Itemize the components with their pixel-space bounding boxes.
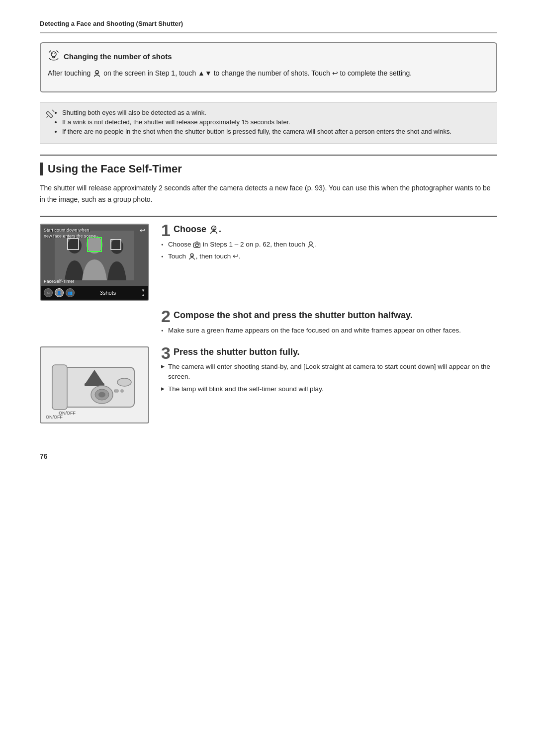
step-1-bullet-1: Choose in Steps 1 – 2 on p. 62, then tou… — [161, 240, 497, 250]
lcd-bottom-bar: ☺ 👤 👥 3shots ▼ ▲ — [41, 286, 148, 300]
timer-icon — [48, 49, 60, 64]
changing-shots-title: Changing the number of shots — [48, 49, 488, 64]
back-arrow-icon: ↩ — [140, 227, 145, 234]
camera-lcd: ↩ Start count down when new face enters … — [40, 224, 149, 301]
svg-point-18 — [195, 244, 198, 247]
step-2-row: 2 Compose the shot and press the shutter… — [40, 310, 497, 337]
step-3-content: 3 Press the shutter button fully. The ca… — [161, 346, 497, 396]
step-1-image: ↩ Start count down when new face enters … — [40, 224, 149, 301]
face-icon-1: ☺ — [44, 288, 53, 297]
notes-list: Shutting both eyes will also be detected… — [62, 109, 490, 135]
step-1-row: ↩ Start count down when new face enters … — [40, 224, 497, 301]
step-2-bullet-1: Make sure a green frame appears on the f… — [161, 326, 497, 336]
overlay-text: Start count down when new face enters th… — [44, 228, 96, 239]
page-header: Detecting a Face and Shooting (Smart Shu… — [40, 20, 497, 33]
svg-point-16 — [214, 228, 215, 228]
step-3-image: ON/OFF ON/OFF — [40, 346, 149, 423]
svg-point-2 — [54, 53, 55, 54]
lcd-label: FaceSelf-Timer — [44, 279, 74, 284]
svg-point-0 — [51, 52, 56, 57]
step-2-content: 2 Compose the shot and press the shutter… — [161, 310, 497, 337]
svg-rect-33 — [114, 390, 118, 392]
step-2-number: 2 — [161, 308, 171, 325]
photo-area: ↩ Start count down when new face enters … — [41, 225, 148, 286]
svg-point-23 — [192, 255, 193, 255]
face-icon-3: 👥 — [66, 288, 75, 297]
camera-body-svg: ON/OFF — [50, 352, 139, 417]
svg-point-22 — [191, 255, 191, 255]
notes-box: Shutting both eyes will also be detected… — [40, 102, 497, 144]
step-2-title: 2 Compose the shot and press the shutter… — [161, 310, 497, 321]
svg-point-1 — [52, 53, 53, 54]
svg-point-5 — [97, 72, 98, 73]
icons-row: ☺ 👤 👥 — [44, 288, 75, 297]
svg-point-20 — [309, 242, 312, 245]
changing-shots-body: After touching on the screen in Step 1, … — [48, 68, 488, 79]
svg-rect-34 — [121, 390, 123, 392]
steps-area: ↩ Start count down when new face enters … — [40, 224, 497, 432]
note-item: If a wink is not detected, the shutter w… — [62, 118, 490, 126]
camera-label: ON/OFF — [46, 415, 63, 420]
svg-point-10 — [110, 239, 123, 254]
face-timer-icon — [209, 225, 219, 235]
step-1-bullets: Choose in Steps 1 – 2 on p. 62, then tou… — [161, 240, 497, 262]
changing-shots-box: Changing the number of shots After touch… — [40, 42, 497, 92]
face-self-timer-title: Using the Face Self-Timer — [40, 163, 497, 175]
step-1-bullet-2: Touch , then touch ↩. — [161, 252, 497, 261]
face-self-timer-body: The shutter will release approximately 2… — [40, 182, 497, 205]
note-item: Shutting both eyes will also be detected… — [62, 109, 490, 116]
svg-rect-19 — [198, 244, 199, 245]
pencil-icon — [45, 108, 56, 122]
section-divider-2 — [40, 216, 497, 217]
arrow-up: ▼ — [141, 289, 145, 293]
arrows: ▼ ▲ — [141, 289, 145, 297]
face-wink-icon — [188, 252, 196, 260]
shots-label: 3shots — [100, 290, 116, 296]
section-divider — [40, 155, 497, 156]
svg-point-15 — [213, 228, 213, 228]
step-3-number: 3 — [161, 344, 171, 361]
arrow-down: ▲ — [141, 293, 145, 297]
svg-point-8 — [68, 238, 82, 253]
svg-point-31 — [117, 378, 131, 386]
camera-body-graphic: ON/OFF ON/OFF — [40, 346, 149, 423]
step-3-title: 3 Press the shutter button fully. — [161, 346, 497, 358]
step-3-bullets: The camera will enter shooting stand-by,… — [161, 362, 497, 394]
svg-rect-25 — [52, 365, 67, 410]
step-1-title: 1 Choose . — [161, 224, 497, 235]
camera-icon — [193, 241, 201, 249]
svg-point-4 — [96, 72, 96, 73]
svg-point-30 — [98, 392, 105, 398]
step-3-row: ON/OFF ON/OFF 3 Press the shutter button… — [40, 346, 497, 423]
changing-shots-heading: Changing the number of shots — [64, 52, 172, 61]
step-1-number: 1 — [161, 222, 171, 239]
face-icon-small — [307, 241, 315, 249]
step-3-bullet-1: The camera will enter shooting stand-by,… — [161, 362, 497, 382]
step-2-bullets: Make sure a green frame appears on the f… — [161, 326, 497, 336]
header-text: Detecting a Face and Shooting (Smart Shu… — [40, 20, 183, 27]
face-icon-2: 👤 — [55, 288, 64, 297]
step-3-bullet-2: The lamp will blink and the self-timer s… — [161, 384, 497, 394]
page-number: 76 — [40, 452, 497, 460]
step-1-content: 1 Choose . Choose — [161, 224, 497, 263]
note-item: If there are no people in the shot when … — [62, 128, 490, 135]
